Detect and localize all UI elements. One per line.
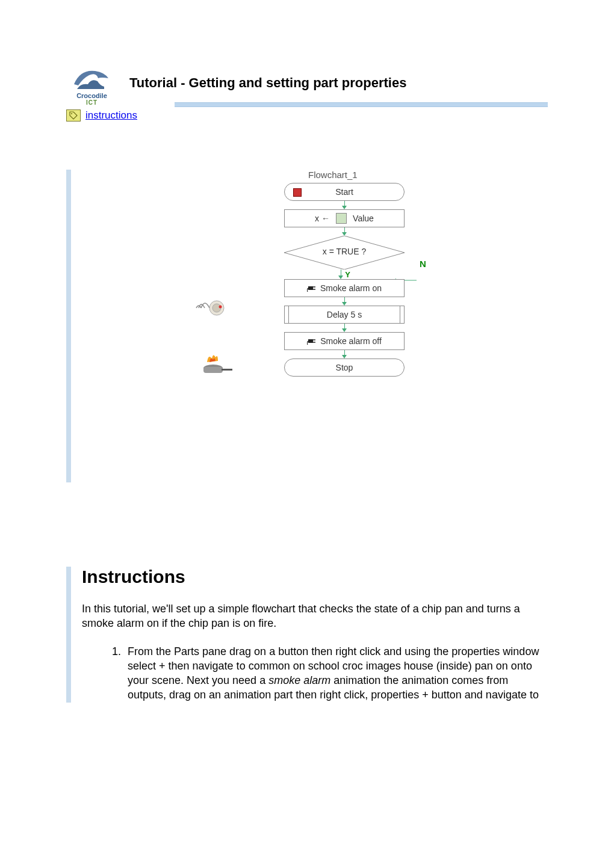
assign-arrow: ← <box>321 214 330 223</box>
tag-icon <box>66 109 81 122</box>
section-bar <box>66 170 71 482</box>
arrow-icon <box>342 324 347 332</box>
decision-no-label: N <box>420 259 426 269</box>
instructions-link[interactable]: instructions <box>85 109 137 122</box>
smoke-alarm-icon <box>194 296 230 322</box>
start-indicator-icon <box>293 188 302 197</box>
flowchart-stop[interactable]: Stop <box>284 359 405 377</box>
value-swatch-icon <box>336 213 347 224</box>
step1-italic: smoke alarm <box>268 674 330 686</box>
chip-pan-fire-icon <box>200 350 236 381</box>
plug-icon <box>307 337 317 345</box>
flowchart-title: Flowchart_1 <box>308 170 358 180</box>
svg-point-3 <box>219 306 222 309</box>
flowchart-start[interactable]: Start <box>284 183 405 201</box>
instruction-step-1: From the Parts pane drag on a button the… <box>124 644 548 703</box>
flowchart-region: Flowchart_1 N Start x ← Valu <box>66 170 548 482</box>
section-bar <box>66 567 71 703</box>
flowchart-decision[interactable]: x = TRUE ? <box>284 236 405 269</box>
logo-text-1: Crocodile <box>66 92 117 99</box>
delay-label: Delay 5 s <box>327 310 362 319</box>
arrow-icon <box>338 269 343 279</box>
decision-yes-label: Y <box>345 270 350 279</box>
flowchart-smoke-on[interactable]: Smoke alarm on <box>284 279 405 297</box>
assign-var: x <box>315 214 319 223</box>
page-title: Tutorial - Getting and setting part prop… <box>129 75 406 91</box>
svg-point-0 <box>71 113 72 114</box>
instructions-list: From the Parts pane drag on a button the… <box>82 644 548 703</box>
assign-value-label: Value <box>353 214 374 223</box>
decision-label: x = TRUE ? <box>284 247 405 256</box>
instructions-heading: Instructions <box>82 567 548 587</box>
svg-rect-5 <box>203 367 223 373</box>
logo-text-2: ICT <box>66 99 117 106</box>
header-divider <box>175 102 548 107</box>
flowchart-canvas: Flowchart_1 N Start x ← Valu <box>85 170 548 482</box>
svg-rect-10 <box>308 286 313 290</box>
arrow-icon <box>342 297 347 306</box>
crocodile-icon <box>71 60 113 93</box>
stop-label: Stop <box>336 363 353 372</box>
smoke-on-label: Smoke alarm on <box>320 283 382 293</box>
smoke-off-label: Smoke alarm off <box>320 336 382 346</box>
flowchart-smoke-off[interactable]: Smoke alarm off <box>284 332 405 350</box>
arrow-icon <box>342 227 347 236</box>
instructions-intro: In this tutorial, we'll set up a simple … <box>82 602 548 631</box>
arrow-icon <box>342 201 347 209</box>
svg-rect-13 <box>308 339 313 343</box>
header: Crocodile ICT Tutorial - Getting and set… <box>66 60 548 106</box>
start-label: Start <box>335 187 353 197</box>
plug-icon <box>307 284 317 292</box>
arrow-icon <box>342 350 347 359</box>
instructions-section: Instructions In this tutorial, we'll set… <box>66 567 548 703</box>
logo: Crocodile ICT <box>66 60 117 106</box>
tag-row: instructions <box>66 109 548 122</box>
svg-rect-6 <box>222 369 232 371</box>
flowchart-delay[interactable]: Delay 5 s <box>284 306 405 324</box>
flowchart-assign[interactable]: x ← Value <box>284 209 405 227</box>
